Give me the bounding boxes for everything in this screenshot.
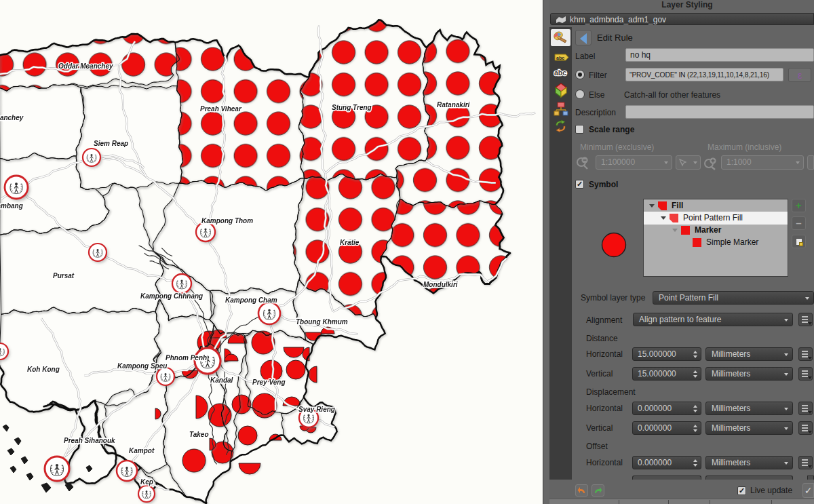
svg-text:Kep: Kep: [140, 478, 153, 486]
svg-text:Phnom Penh: Phnom Penh: [166, 354, 207, 362]
svg-text:Prey Veng: Prey Veng: [252, 379, 286, 386]
svg-text:Kratie: Kratie: [340, 239, 360, 246]
svg-text:Kampong Cham: Kampong Cham: [225, 296, 277, 304]
svg-text:Battambang: Battambang: [0, 202, 23, 210]
svg-text:Siem Reap: Siem Reap: [94, 140, 128, 147]
svg-text:Stung Treng: Stung Treng: [332, 104, 372, 111]
svg-text:Preah Sihanouk: Preah Sihanouk: [64, 437, 115, 444]
svg-text:Koh Kong: Koh Kong: [27, 366, 60, 373]
svg-text:Meanchey: Meanchey: [0, 114, 24, 121]
svg-text:Oddar Meanchey: Oddar Meanchey: [58, 62, 113, 70]
svg-text:Kandal: Kandal: [210, 376, 233, 384]
svg-text:Kampong Chhnang: Kampong Chhnang: [140, 292, 203, 300]
svg-text:Takeo: Takeo: [189, 431, 209, 438]
svg-text:Ratanakiri: Ratanakiri: [437, 101, 470, 109]
svg-text:Pursat: Pursat: [53, 272, 75, 279]
svg-text:Preah Vihear: Preah Vihear: [200, 105, 242, 113]
svg-text:abc: abc: [556, 56, 564, 60]
svg-text:Kampot: Kampot: [129, 447, 155, 454]
svg-text:Tboung Khmum: Tboung Khmum: [296, 318, 348, 326]
svg-text:Mondulkiri: Mondulkiri: [423, 281, 458, 288]
svg-text:Kampong Speu: Kampong Speu: [117, 362, 167, 370]
svg-text:Svay Rieng: Svay Rieng: [298, 406, 335, 413]
svg-text:Kampong Thom: Kampong Thom: [201, 217, 253, 225]
svg-text:abc: abc: [554, 69, 566, 77]
